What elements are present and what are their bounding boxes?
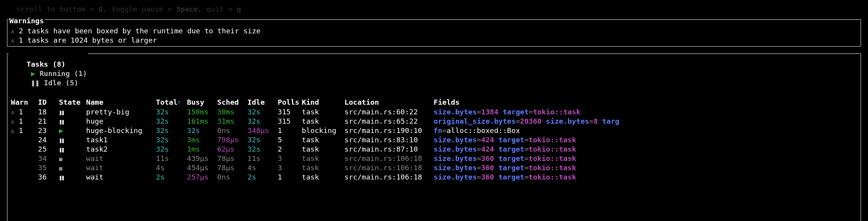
cell-warn: [11, 173, 38, 182]
cell-kind: task: [302, 163, 344, 173]
cell-polls: 315: [278, 107, 302, 117]
paused-icon: ❚❚: [59, 137, 64, 144]
tasks-table[interactable]: Warn ID State Name Total▽ Busy Sched Idl…: [11, 98, 857, 181]
col-warn[interactable]: Warn: [11, 98, 38, 107]
table-row[interactable]: 36❚❚wait2s257µs0ns2s1tasksrc/main.rs:106…: [11, 173, 857, 182]
table-row[interactable]: ⚠ 121❚❚huge32s161ms31ms32s315tasksrc/mai…: [11, 117, 857, 126]
sort-indicator-icon: ▽: [178, 99, 181, 105]
warnings-title: Warnings: [9, 16, 45, 26]
cell-kind: task: [302, 117, 344, 126]
col-location[interactable]: Location: [344, 98, 434, 107]
cell-polls: 1: [278, 173, 302, 182]
cell-warn: ⚠ 1: [11, 107, 38, 117]
warning-icon: ⚠: [11, 118, 14, 126]
col-id[interactable]: ID: [38, 98, 59, 107]
cell-kind: task: [302, 173, 344, 182]
cell-total: 11s: [156, 154, 187, 163]
cell-name: pretty-big: [86, 107, 156, 117]
cell-idle: 32s: [247, 135, 278, 145]
paused-icon: ❚❚: [59, 146, 64, 153]
warning-icon: ⚠: [11, 37, 14, 45]
cell-state: ■: [59, 163, 86, 173]
cell-warn: ⚠ 1: [11, 126, 38, 135]
running-icon: ▶: [59, 126, 66, 135]
cell-location: src/main.rs:87:10: [344, 145, 434, 154]
cell-kind: task: [302, 154, 344, 163]
col-sched[interactable]: Sched: [217, 98, 247, 107]
table-row[interactable]: 24❚❚task132s3ms798µs32s5tasksrc/main.rs:…: [11, 135, 857, 145]
cell-sched: 0ns: [217, 173, 247, 182]
cell-name: wait: [86, 154, 156, 163]
cell-name: huge: [86, 117, 156, 126]
cell-state: ❚❚: [59, 145, 86, 154]
cell-fields: size.bytes=1384 target=tokio::task: [434, 107, 857, 117]
cell-total: 32s: [156, 145, 187, 154]
cell-total: 32s: [156, 135, 187, 145]
cell-sched: 30ms: [217, 107, 247, 117]
table-row[interactable]: 35■wait4s454µs78µs4s3tasksrc/main.rs:106…: [11, 163, 857, 173]
cell-location: src/main.rs:106:18: [344, 163, 434, 173]
cell-polls: 2: [278, 145, 302, 154]
cell-polls: 1: [278, 126, 302, 135]
cell-kind: task: [302, 145, 344, 154]
cell-name: wait: [86, 163, 156, 173]
cell-id: 34: [38, 154, 59, 163]
col-polls[interactable]: Polls: [278, 98, 302, 107]
cell-idle: 4s: [247, 163, 278, 173]
cell-state: ❚❚: [59, 173, 86, 182]
table-header-row[interactable]: Warn ID State Name Total▽ Busy Sched Idl…: [11, 98, 857, 107]
cell-state: ❚❚: [59, 107, 86, 117]
cell-polls: 5: [278, 135, 302, 145]
col-name[interactable]: Name: [86, 98, 156, 107]
col-fields[interactable]: Fields: [434, 98, 857, 107]
col-idle[interactable]: Idle: [247, 98, 278, 107]
cell-sched: 62µs: [217, 145, 247, 154]
col-busy[interactable]: Busy: [187, 98, 217, 107]
cell-total: 32s: [156, 117, 187, 126]
cell-name: huge-blocking: [86, 126, 156, 135]
cell-name: task2: [86, 145, 156, 154]
warning-icon: ⚠: [11, 28, 14, 35]
table-row[interactable]: ⚠ 123▶huge-blocking32s32s0ns348µs1blocki…: [11, 126, 857, 135]
cell-busy: 32s: [187, 126, 217, 135]
cell-fields: size.bytes=360 target=tokio::task: [434, 154, 857, 163]
cell-location: src/main.rs:106:18: [344, 154, 434, 163]
table-row[interactable]: ⚠ 118❚❚pretty-big32s150ms30ms32s315tasks…: [11, 107, 857, 117]
cell-state: ❚❚: [59, 135, 86, 145]
cell-id: 36: [38, 173, 59, 182]
cell-fields: size.bytes=424 target=tokio::task: [434, 135, 857, 145]
cell-fields: fn=alloc::boxed::Box: [434, 126, 857, 135]
cell-sched: 78µs: [217, 163, 247, 173]
cell-id: 35: [38, 163, 59, 173]
paused-icon: ❚❚: [59, 118, 64, 125]
cell-fields: original_size.bytes=20360 size.bytes=8 t…: [434, 117, 857, 126]
table-row[interactable]: 25❚❚task232s1ms62µs32s2tasksrc/main.rs:8…: [11, 145, 857, 154]
keybind-hint: scroll to bottom = G, toggle pause = Spa…: [0, 0, 868, 14]
cell-idle: 32s: [247, 117, 278, 126]
cell-kind: task: [302, 135, 344, 145]
cell-sched: 78µs: [217, 154, 247, 163]
paused-icon: ❚❚: [59, 174, 64, 181]
cell-fields: size.bytes=424 target=tokio::task: [434, 145, 857, 154]
cell-warn: [11, 163, 38, 173]
cell-id: 21: [38, 117, 59, 126]
col-state[interactable]: State: [59, 98, 86, 107]
cell-state: ■: [59, 154, 86, 163]
tasks-header: Tasks (8) ▶ Running (1) ❚❚ Idle (5): [9, 50, 88, 97]
cell-total: 4s: [156, 163, 187, 173]
cell-name: task1: [86, 135, 156, 145]
cell-id: 24: [38, 135, 59, 145]
cell-id: 23: [38, 126, 59, 135]
col-kind[interactable]: Kind: [302, 98, 344, 107]
running-icon: ▶: [27, 69, 40, 78]
col-total[interactable]: Total▽: [156, 98, 187, 107]
table-row[interactable]: 34■wait11s439µs78µs11s3tasksrc/main.rs:1…: [11, 154, 857, 163]
cell-busy: 3ms: [187, 135, 217, 145]
cell-sched: 31ms: [217, 117, 247, 126]
cell-location: src/main.rs:65:22: [344, 117, 434, 126]
cell-location: src/main.rs:190:10: [344, 126, 434, 135]
cell-polls: 3: [278, 163, 302, 173]
stopped-icon: ■: [59, 155, 65, 162]
cell-busy: 454µs: [187, 163, 217, 173]
cell-location: src/main.rs:106:18: [344, 173, 434, 182]
